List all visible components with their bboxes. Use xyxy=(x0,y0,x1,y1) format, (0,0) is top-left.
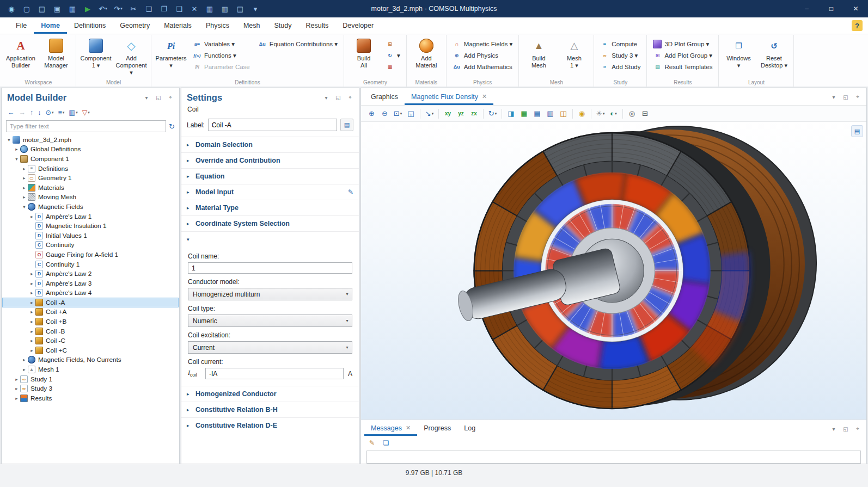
mesh-1-button[interactable]: △Mesh1 ▾ xyxy=(557,36,591,69)
model-builder-panel-pin-icon[interactable]: ⌖ xyxy=(166,93,175,102)
reset-desktop-button[interactable]: ↺ResetDesktop ▾ xyxy=(757,36,791,69)
cut-icon[interactable]: ✂ xyxy=(126,2,140,16)
expand-section-icon[interactable]: ▸ xyxy=(187,423,192,428)
clear-table-icon[interactable]: ▥ xyxy=(218,2,232,16)
application-builder-button[interactable]: AApplicationBuilder xyxy=(4,36,38,69)
tree-item-continuity-1[interactable]: CContinuity 1 xyxy=(2,260,179,269)
menu-tab-geometry[interactable]: Geometry xyxy=(113,17,157,34)
copy-log-icon[interactable]: ❏ xyxy=(381,437,392,448)
graphics-tab-graphics[interactable]: Graphics xyxy=(364,88,405,105)
expand-arrow-icon[interactable]: ▸ xyxy=(13,396,20,401)
add-plot-group-button[interactable]: ⊞Add Plot Group ▾ xyxy=(650,50,716,61)
expand-section-icon[interactable]: ▸ xyxy=(187,158,192,163)
add-physics-button[interactable]: ⊕Add Physics xyxy=(449,50,516,61)
model-tree-columns-icon[interactable]: ▥▾ xyxy=(67,107,79,118)
close-magnetic-flux-density-tab-icon[interactable]: ✕ xyxy=(482,93,487,100)
expand-section-icon[interactable]: ▸ xyxy=(187,189,192,195)
show-name-icon[interactable]: ▤ xyxy=(340,119,353,131)
menu-tab-physics[interactable]: Physics xyxy=(199,17,236,34)
expand-section-icon[interactable]: ▸ xyxy=(187,391,192,397)
save-as-icon[interactable]: ▦ xyxy=(65,2,80,16)
menu-tab-developer[interactable]: Developer xyxy=(335,17,381,34)
tree-item-results[interactable]: ▸Results xyxy=(2,393,179,403)
delete-sequence-button[interactable]: ▦ xyxy=(382,61,404,72)
view-yz-icon[interactable]: yz xyxy=(455,108,467,120)
section-coordinate-system-selection[interactable]: ▸Coordinate System Selection xyxy=(181,215,359,231)
expand-section-icon[interactable]: ▸ xyxy=(187,205,192,211)
minimize-button[interactable]: – xyxy=(794,0,819,17)
model-manager-button[interactable]: ModelManager xyxy=(39,36,73,69)
tree-item-coil-b[interactable]: ▸Coil -B xyxy=(2,326,179,336)
expand-arrow-icon[interactable]: ▸ xyxy=(28,281,35,286)
expand-arrow-icon[interactable]: ▸ xyxy=(21,194,28,200)
label-input[interactable] xyxy=(208,119,337,131)
tree-item-magnetic-fields[interactable]: ▾Magnetic Fields xyxy=(2,202,179,212)
redo-icon[interactable]: ↷▾ xyxy=(111,2,125,16)
tree-item-gauge-fixing-for-a-field-1[interactable]: OGauge Fixing for A-field 1 xyxy=(2,250,179,260)
clip-plane-icon[interactable]: ◫ xyxy=(557,108,570,120)
menu-tab-mesh[interactable]: Mesh xyxy=(236,17,267,34)
image-to-table-icon[interactable]: ▥ xyxy=(544,108,557,120)
tree-item-component-1[interactable]: ▾Component 1 xyxy=(2,154,179,164)
expand-section-icon[interactable]: ▸ xyxy=(187,142,192,147)
expand-arrow-icon[interactable]: ▸ xyxy=(28,271,35,276)
conductor-model-select[interactable]: Homogenized multiturn▾ xyxy=(188,288,352,300)
tree-item-definitions[interactable]: ▸≡Definitions xyxy=(2,164,179,174)
tree-item-study-1[interactable]: ▸∞Study 1 xyxy=(2,374,179,384)
magnetic-fields-button[interactable]: ∩Magnetic Fields ▾ xyxy=(449,38,516,50)
expand-arrow-icon[interactable]: ▸ xyxy=(13,386,20,391)
collapse-arrow-icon[interactable]: ▾ xyxy=(21,204,28,209)
windows-button[interactable]: ❐Windows▾ xyxy=(722,36,755,69)
expand-arrow-icon[interactable]: ▸ xyxy=(28,319,35,324)
graphics-panel-pin-icon[interactable]: ⌖ xyxy=(853,93,862,101)
coil-excitation-select[interactable]: Current▾ xyxy=(188,341,352,354)
menu-tab-results[interactable]: Results xyxy=(299,17,336,34)
section-homogenized-conductor[interactable]: ▸Homogenized Conductor xyxy=(181,386,359,402)
close-messages-tab-icon[interactable]: ✕ xyxy=(406,424,411,431)
expand-arrow-icon[interactable]: ▸ xyxy=(28,329,35,334)
parameters-button[interactable]: PiParameters▾ xyxy=(154,36,188,69)
expand-arrow-icon[interactable]: ▸ xyxy=(21,185,28,190)
messages-tab-messages[interactable]: Messages✕ xyxy=(364,420,417,436)
zoom-in-icon[interactable]: ⊕ xyxy=(365,108,378,120)
menu-tab-study[interactable]: Study xyxy=(267,17,299,34)
menu-tab-home[interactable]: Home xyxy=(34,17,67,34)
node-label-display-icon[interactable]: ≡▾ xyxy=(57,107,66,118)
section-model-input[interactable]: ▸Model Input✎ xyxy=(181,184,359,200)
customize-toolbar-icon[interactable]: ▾ xyxy=(248,2,262,16)
functions-button[interactable]: f(x)Functions ▾ xyxy=(190,50,253,61)
transparency-icon[interactable]: ◨ xyxy=(505,108,517,120)
move-up-icon[interactable]: ↑ xyxy=(28,107,35,118)
graphics-tab-magnetic-flux-density[interactable]: Magnetic Flux Density✕ xyxy=(405,88,493,105)
help-button[interactable]: ? xyxy=(852,20,863,31)
tree-item-coil-c[interactable]: ▸Coil +C xyxy=(2,346,179,355)
messages-tab-progress[interactable]: Progress xyxy=(417,420,457,436)
expand-arrow-icon[interactable]: ▸ xyxy=(21,166,28,171)
expand-section-icon[interactable]: ▸ xyxy=(187,407,192,412)
graphics-panel-menu-icon[interactable]: ▾ xyxy=(829,93,838,101)
result-templates-button[interactable]: ▤Result Templates xyxy=(650,61,716,72)
graphics-panel-float-icon[interactable]: ◱ xyxy=(841,93,850,101)
settings-panel-pin-icon[interactable]: ⌖ xyxy=(346,93,354,102)
collapse-arrow-icon[interactable]: ▾ xyxy=(13,156,20,162)
section-constitutive-relation-b-h[interactable]: ▸Constitutive Relation B-H xyxy=(181,402,359,417)
clear-log-icon[interactable]: ✎ xyxy=(366,437,377,448)
tree-item-geometry-1[interactable]: ▸▭Geometry 1 xyxy=(2,173,179,183)
show-options-icon[interactable]: ⊙▾ xyxy=(44,107,56,118)
view-xy-icon[interactable]: xy xyxy=(442,108,454,120)
add-study-button[interactable]: ≈Add Study xyxy=(597,61,644,72)
filter-tree-icon[interactable]: ▽▾ xyxy=(81,107,91,118)
messages-tab-log[interactable]: Log xyxy=(457,420,482,436)
paste-icon[interactable]: ❐ xyxy=(157,2,171,16)
model-builder-panel-float-icon[interactable]: ◱ xyxy=(154,93,163,102)
settings-panel-float-icon[interactable]: ◱ xyxy=(334,93,343,102)
environment-reflections-icon[interactable]: ◐▾ xyxy=(607,108,620,120)
tree-item-coil-a[interactable]: ▸Coil +A xyxy=(2,307,179,317)
tree-item-mesh-1[interactable]: ▸▲Mesh 1 xyxy=(2,365,179,374)
expand-arrow-icon[interactable]: ▸ xyxy=(28,300,35,305)
undo-icon[interactable]: ↶▾ xyxy=(96,2,110,16)
expand-section-icon[interactable]: ▸ xyxy=(187,221,192,226)
expand-arrow-icon[interactable]: ▸ xyxy=(21,175,28,181)
expand-arrow-icon[interactable]: ▸ xyxy=(28,338,35,343)
section-undefined[interactable]: ▾ xyxy=(181,231,359,247)
